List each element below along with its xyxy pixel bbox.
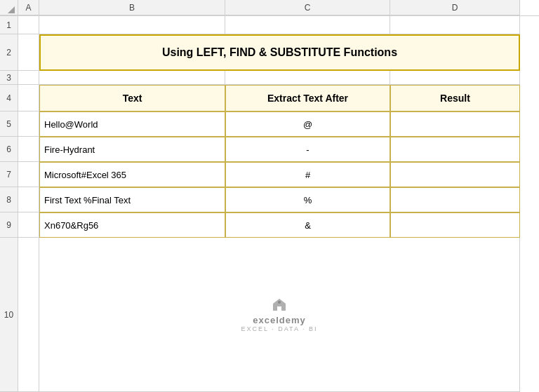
cell-a2 bbox=[18, 34, 39, 71]
cell-d5 bbox=[390, 111, 520, 137]
svg-point-1 bbox=[278, 301, 281, 304]
cell-c3 bbox=[225, 71, 390, 85]
cell-b3 bbox=[39, 71, 225, 85]
col-header-b: B bbox=[39, 0, 225, 15]
cell-a1 bbox=[18, 16, 39, 34]
row-header-4: 4 bbox=[0, 85, 18, 111]
cell-b7: Microsoft#Excel 365 bbox=[39, 162, 225, 187]
cell-a5 bbox=[18, 111, 39, 137]
cell-d9 bbox=[390, 212, 520, 238]
col-header-a: A bbox=[18, 0, 39, 15]
cell-b5: Hello@World bbox=[39, 111, 225, 137]
cell-b6: Fire-Hydrant bbox=[39, 137, 225, 162]
cell-a10 bbox=[18, 238, 39, 392]
cell-d3 bbox=[390, 71, 520, 85]
row-header-10: 10 bbox=[0, 238, 18, 392]
cell-c9: & bbox=[225, 212, 390, 238]
cell-b1 bbox=[39, 16, 225, 34]
watermark-name-text: exceldemy bbox=[253, 315, 306, 325]
row-3: 3 bbox=[0, 71, 539, 85]
row-2: 2 Using LEFT, FIND & SUBSTITUTE Function… bbox=[0, 34, 539, 71]
row-9: 9 Xn670&Rg56 & bbox=[0, 212, 539, 238]
row-4-table-header: 4 Text Extract Text After Result bbox=[0, 85, 539, 111]
cell-c1 bbox=[225, 16, 390, 34]
row-header-3: 3 bbox=[0, 71, 18, 85]
cell-a8 bbox=[18, 187, 39, 212]
corner-cell bbox=[0, 0, 18, 15]
cell-b8: First Text %Final Text bbox=[39, 187, 225, 212]
cell-d7 bbox=[390, 162, 520, 187]
cell-a3 bbox=[18, 71, 39, 85]
cell-a6 bbox=[18, 137, 39, 162]
row-1: 1 bbox=[0, 16, 539, 34]
watermark: exceldemy EXCEL · DATA · BI bbox=[241, 297, 318, 332]
row-header-7: 7 bbox=[0, 162, 18, 187]
cell-d6 bbox=[390, 137, 520, 162]
exceldemy-icon bbox=[271, 297, 288, 313]
cell-b4-header: Text bbox=[39, 85, 225, 111]
watermark-sub-text: EXCEL · DATA · BI bbox=[241, 325, 318, 332]
cell-c5: @ bbox=[225, 111, 390, 137]
watermark-cell: exceldemy EXCEL · DATA · BI bbox=[39, 238, 520, 392]
svg-marker-0 bbox=[273, 299, 286, 311]
cell-a9 bbox=[18, 212, 39, 238]
corner-triangle bbox=[8, 6, 15, 13]
row-6: 6 Fire-Hydrant - bbox=[0, 137, 539, 162]
cell-d8 bbox=[390, 187, 520, 212]
column-headers: A B C D bbox=[0, 0, 539, 16]
cell-b9: Xn670&Rg56 bbox=[39, 212, 225, 238]
title-cell: Using LEFT, FIND & SUBSTITUTE Functions bbox=[39, 34, 520, 71]
cell-c8: % bbox=[225, 187, 390, 212]
row-5: 5 Hello@World @ bbox=[0, 111, 539, 137]
row-header-8: 8 bbox=[0, 187, 18, 212]
row-8: 8 First Text %Final Text % bbox=[0, 187, 539, 212]
row-7: 7 Microsoft#Excel 365 # bbox=[0, 162, 539, 187]
row-header-9: 9 bbox=[0, 212, 18, 238]
cell-c7: # bbox=[225, 162, 390, 187]
col-header-c: C bbox=[225, 0, 390, 15]
cell-c4-header: Extract Text After bbox=[225, 85, 390, 111]
col-header-d: D bbox=[390, 0, 520, 15]
cell-d4-header: Result bbox=[390, 85, 520, 111]
spreadsheet: A B C D 1 2 Using LEFT, FIND & SUBSTITUT… bbox=[0, 0, 539, 392]
cell-a7 bbox=[18, 162, 39, 187]
cell-d1 bbox=[390, 16, 520, 34]
row-header-5: 5 bbox=[0, 111, 18, 137]
row-header-1: 1 bbox=[0, 16, 18, 34]
row-10: 10 exceldemy EXCEL · DATA · BI bbox=[0, 238, 539, 392]
row-header-6: 6 bbox=[0, 137, 18, 162]
cell-c6: - bbox=[225, 137, 390, 162]
cell-a4 bbox=[18, 85, 39, 111]
row-header-2: 2 bbox=[0, 34, 18, 71]
